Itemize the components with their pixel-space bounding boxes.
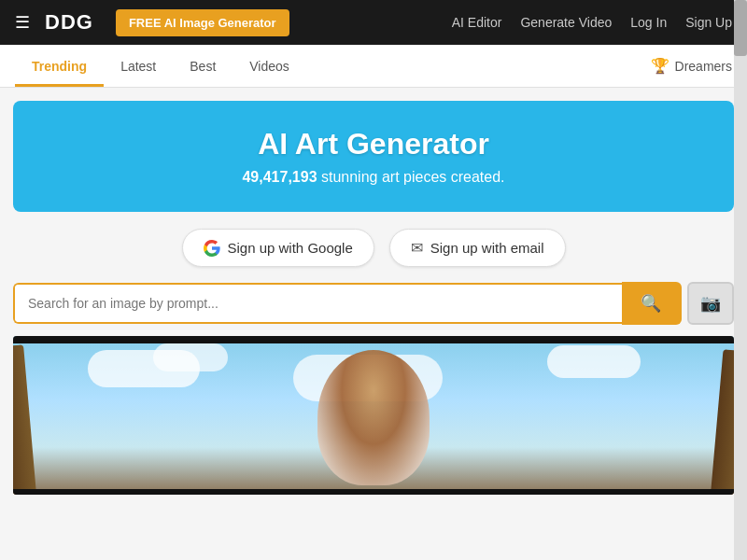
- palm-tree-left: [13, 344, 36, 495]
- tab-best[interactable]: Best: [173, 46, 233, 87]
- hamburger-icon[interactable]: ☰: [15, 12, 30, 33]
- nav-sign-up[interactable]: Sign Up: [685, 15, 732, 30]
- logo: DDG: [45, 10, 93, 35]
- signup-email-button[interactable]: ✉ Sign up with email: [389, 229, 566, 267]
- scrollbar-track[interactable]: [734, 0, 747, 560]
- search-input-wrap: [13, 283, 622, 324]
- search-icon: 🔍: [641, 294, 661, 313]
- search-row: 🔍 📷: [0, 278, 747, 336]
- tabs-bar: Trending Latest Best Videos 🏆 Dreamers: [0, 45, 747, 88]
- hero-subtitle: 49,417,193 stunning art pieces created.: [32, 169, 715, 186]
- nav-log-in[interactable]: Log In: [630, 15, 667, 30]
- tab-latest[interactable]: Latest: [104, 46, 173, 87]
- dreamers-link[interactable]: 🏆 Dreamers: [651, 57, 732, 75]
- camera-button[interactable]: 📷: [687, 282, 734, 325]
- hero-count: 49,417,193: [242, 169, 317, 185]
- hero-banner: AI Art Generator 49,417,193 stunning art…: [13, 101, 734, 212]
- hero-title: AI Art Generator: [32, 127, 715, 161]
- google-icon: [204, 240, 220, 257]
- scrollbar-thumb[interactable]: [734, 0, 747, 56]
- trophy-icon: 🏆: [651, 57, 669, 75]
- email-icon: ✉: [411, 239, 423, 257]
- cloud-2: [153, 343, 228, 371]
- signup-google-button[interactable]: Sign up with Google: [182, 229, 374, 267]
- hero-subtitle-rest: stunning art pieces created.: [317, 169, 505, 185]
- navbar-links: AI Editor Generate Video Log In Sign Up: [452, 15, 732, 30]
- dreamers-label: Dreamers: [675, 59, 732, 74]
- navbar: ☰ DDG FREE AI Image Generator AI Editor …: [0, 0, 747, 45]
- nav-ai-editor[interactable]: AI Editor: [452, 15, 502, 30]
- dark-bottom-bar: [13, 489, 734, 495]
- search-button[interactable]: 🔍: [622, 282, 682, 325]
- center-figure: [317, 350, 430, 485]
- palm-tree-right: [711, 349, 734, 495]
- signup-email-label: Sign up with email: [430, 240, 544, 256]
- search-input[interactable]: [15, 285, 622, 322]
- art-scene: [13, 336, 734, 495]
- cloud-4: [547, 345, 641, 378]
- camera-icon: 📷: [700, 294, 721, 313]
- image-area: [13, 336, 734, 495]
- dark-top-bar: [13, 336, 734, 343]
- signup-row: Sign up with Google ✉ Sign up with email: [0, 212, 747, 278]
- nav-generate-video[interactable]: Generate Video: [520, 15, 612, 30]
- free-ai-generator-button[interactable]: FREE AI Image Generator: [116, 9, 289, 36]
- tab-trending[interactable]: Trending: [15, 46, 104, 87]
- signup-google-label: Sign up with Google: [228, 240, 353, 256]
- tab-videos[interactable]: Videos: [233, 46, 306, 87]
